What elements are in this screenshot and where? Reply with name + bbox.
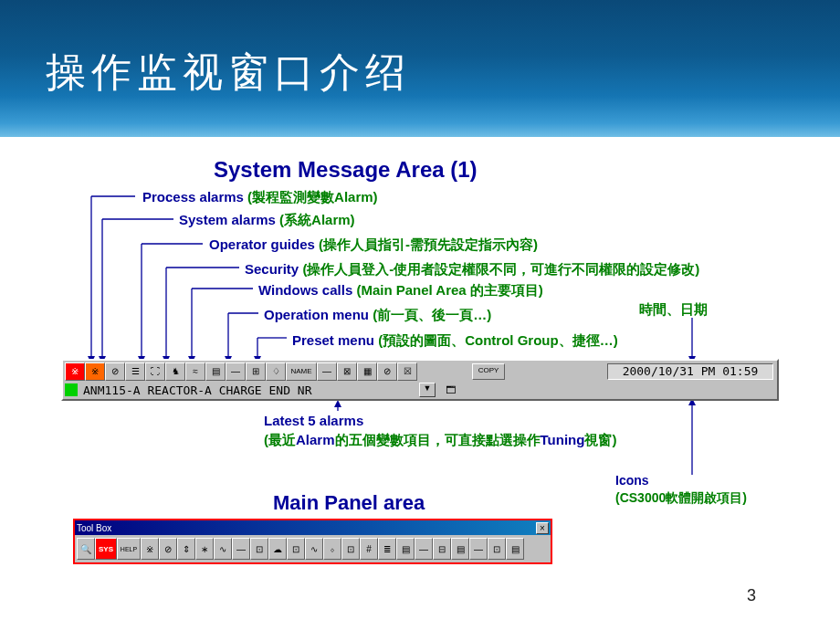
toolbar-icon[interactable]: ≈ xyxy=(185,362,205,381)
toolbar-icon[interactable]: ⊠ xyxy=(337,362,357,381)
toolbox-title: Tool Box xyxy=(77,523,536,533)
toolbar-icon[interactable]: ♢ xyxy=(266,362,286,381)
callout-security: Security (操作人員登入-使用者設定權限不同，可進行不同權限的設定修改) xyxy=(245,261,699,278)
toolbox-icon[interactable]: ▤ xyxy=(506,538,524,560)
toolbox-body: 🔍 SYS HELP ※ ⊘ ⇕ ∗ ∿ — ⊡ ☁ ⊡ ∿ ⬨ ⊡ # ≣ ▤… xyxy=(75,535,551,562)
operation-menu-icon[interactable]: — xyxy=(226,362,246,381)
callout-process-alarms: Process alarms (製程監測變數Alarm) xyxy=(142,189,378,206)
callout-preset-menu: Preset menu (預設的圖面、Control Group、捷徑…) xyxy=(292,332,618,350)
toolbox-icon[interactable]: ⊡ xyxy=(287,538,305,560)
security-icon[interactable]: ☰ xyxy=(125,362,145,381)
launch-icon[interactable]: 🗔 xyxy=(441,383,459,397)
latest-alarm-row[interactable]: ANM115-A REACTOR-A CHARGE END NR ▼ 🗔 xyxy=(63,381,777,399)
toolbox-icon[interactable]: ⇕ xyxy=(177,538,195,560)
svg-marker-24 xyxy=(334,400,341,407)
toolbar-icon[interactable]: — xyxy=(317,362,337,381)
alarm-text: ANM115-A REACTOR-A CHARGE END NR xyxy=(81,383,401,397)
sys-button[interactable]: SYS xyxy=(95,538,117,560)
copy-button[interactable]: COPY xyxy=(472,363,505,380)
icons-note: Icons (CS3000軟體開啟項目) xyxy=(615,472,747,507)
toolbox-icon[interactable]: ▤ xyxy=(451,538,469,560)
callout-system-alarms: System alarms (系統Alarm) xyxy=(179,212,355,229)
toolbox-icon[interactable]: ⊡ xyxy=(250,538,268,560)
toolbox-icon[interactable]: — xyxy=(232,538,250,560)
toolbox-icon[interactable]: ≣ xyxy=(378,538,396,560)
toolbox-icon[interactable]: — xyxy=(469,538,488,560)
operator-guide-icon[interactable]: ⊘ xyxy=(105,362,125,381)
toolbox-icon[interactable]: ∿ xyxy=(214,538,232,560)
alarm-status-light xyxy=(65,383,78,396)
slide-title: 操作监视窗口介绍 xyxy=(46,46,840,100)
toolbox-icon[interactable]: ⊡ xyxy=(341,538,360,560)
callout-operator-guides: Operator guides (操作人員指引-需預先設定指示內容) xyxy=(209,236,538,254)
toolbox-icon[interactable]: ▤ xyxy=(396,538,415,560)
search-icon[interactable]: 🔍 xyxy=(77,538,95,560)
toolbox-icon[interactable]: ☁ xyxy=(268,538,287,560)
section-title-system-message: System Message Area (1) xyxy=(214,157,478,183)
slide-header: 操作监视窗口介绍 xyxy=(0,0,840,137)
toolbox-icon[interactable]: ⊟ xyxy=(433,538,451,560)
toolbar-icon[interactable]: ▦ xyxy=(357,362,377,381)
toolbar-icon[interactable]: ☒ xyxy=(397,362,417,381)
toolbox-icon[interactable]: ⬨ xyxy=(323,538,341,560)
close-button[interactable]: × xyxy=(536,522,549,534)
toolbox-icon[interactable]: ※ xyxy=(141,538,159,560)
callout-windows-calls: Windows calls (Main Panel Area 的主要項目) xyxy=(258,282,543,299)
toolbar-icon[interactable]: ⊘ xyxy=(377,362,397,381)
process-alarm-icon[interactable]: ※ xyxy=(65,362,85,381)
toolbar-icon-row: ※ ※ ⊘ ☰ ⛶ ♞ ≈ ▤ — ⊞ ♢ NAME — ⊠ ▦ ⊘ ☒ COP… xyxy=(63,361,777,381)
toolbox-icon[interactable]: # xyxy=(360,538,378,560)
toolbox-titlebar[interactable]: Tool Box × xyxy=(75,520,551,535)
name-button[interactable]: NAME xyxy=(286,362,317,381)
windows-calls-icon[interactable]: ⛶ xyxy=(145,362,165,381)
toolbox-window: Tool Box × 🔍 SYS HELP ※ ⊘ ⇕ ∗ ∿ — ⊡ ☁ ⊡ … xyxy=(73,519,552,564)
toolbox-icon[interactable]: ∿ xyxy=(305,538,323,560)
system-alarm-icon[interactable]: ※ xyxy=(85,362,105,381)
toolbar-icon[interactable]: ♞ xyxy=(165,362,185,381)
callout-operation-menu: Operation menu (前一頁、後一頁…) xyxy=(264,307,491,324)
alarm-dropdown-button[interactable]: ▼ xyxy=(419,383,436,397)
toolbox-icon[interactable]: ⊘ xyxy=(159,538,177,560)
toolbox-icon[interactable]: — xyxy=(415,538,433,560)
page-number: 3 xyxy=(747,586,756,605)
system-message-toolbar: ※ ※ ⊘ ☰ ⛶ ♞ ≈ ▤ — ⊞ ♢ NAME — ⊠ ▦ ⊘ ☒ COP… xyxy=(61,359,779,401)
toolbox-icon[interactable]: ∗ xyxy=(195,538,214,560)
callout-datetime: 時間、日期 xyxy=(639,301,708,319)
toolbox-icon[interactable]: ⊡ xyxy=(488,538,506,560)
help-button[interactable]: HELP xyxy=(117,538,141,560)
preset-menu-icon[interactable]: ⊞ xyxy=(246,362,266,381)
toolbar-icon[interactable]: ▤ xyxy=(205,362,226,381)
datetime-display: 2000/10/31 PM 01:59 xyxy=(607,363,773,380)
section-title-main-panel: Main Panel area xyxy=(273,491,425,515)
latest-alarms-note: Latest 5 alarms (最近Alarm的五個變數項目，可直接點選操作T… xyxy=(264,411,616,449)
